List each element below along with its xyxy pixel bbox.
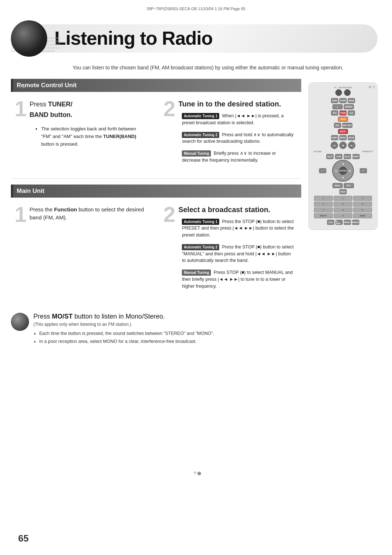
remote-num1: 1 [314,196,333,201]
remote-mode-btn: MODE [348,98,355,103]
remote-row-open: OPEN TV/VID MODE [312,98,374,103]
remote-nav-down: ▼ [342,176,344,179]
mono-stereo-subtitle: (This applies only when listening to an … [33,322,381,327]
title-circle-icon [11,20,47,57]
remote-step1-note: The selection toggles back and forth bet… [29,122,149,152]
remote-num4: 4 [314,202,333,207]
remote-info-btn: INFO [344,183,354,188]
main-step1: 1 Press the Function button to select th… [11,202,152,297]
remote-manual-block: Manual Tuning Briefly press ∧∨ to increa… [178,149,298,165]
remote-next-btn: ►| [348,142,355,149]
remote-manual-label: Manual Tuning [182,150,211,157]
remote-vol-minus-btn: − [319,168,326,173]
remote-movie-btn: MOVIE [348,135,355,140]
remote-step1-bold: TUNER/ [48,101,72,108]
remote-logo-btn: LOGO [327,220,334,225]
remote-nav-up: ▲ [342,162,344,165]
remote-dsc-btn: DSC [334,123,341,128]
main-step2-number: 2 [163,204,175,226]
remote-surr-btn: SURR.S [331,135,338,140]
main-step1-number: 1 [15,204,26,226]
remote-dvd-power [344,89,351,96]
remote-eq-lo-btn: EQ LO [344,154,351,159]
mono-stereo-title: Press MO/ST button to listen in Mono/Ste… [33,313,381,320]
remote-remain-btn: REMAIN [352,220,359,225]
remote-step1-number: 1 [15,98,26,120]
mono-stereo-bold: MO/ST [52,313,73,320]
main-auto1-block: Automatic Tuning 1 Press the STOP (■) bu… [178,217,298,240]
remote-vhip-btn: V-HIP [335,154,342,159]
remote-auto1-block: Automatic Tuning 1 When |◄◄ ►►| is press… [178,111,298,128]
crosshair-center: ⊕ [193,469,199,475]
remote-steps-row: 1 Press TUNER/ BAND button. The selectio… [11,96,301,171]
remote-band-btn: BAND [338,117,348,122]
remote-aux-btn: AUX [348,110,355,116]
remote-music-btn: MUSIC [339,135,347,140]
remote-row-most: MO/ST [312,129,374,134]
mono-stereo-suffix: button to listen in Mono/Stereo. [73,313,165,320]
remote-num0: 0 [334,213,352,218]
remote-numpad: 1 2 3 4 5 6 7 8 9 MO/ST 0 MEM [314,196,372,218]
right-panel: TV DVD RECEIVER OPEN TV/VID MODE ▲ DIMME… [309,79,381,304]
mono-stereo-content: Press MO/ST button to listen in Mono/Ste… [33,313,381,345]
main-auto2-label: Automatic Tuning 2 [182,244,219,250]
remote-nav-right: ► [349,169,352,173]
remote-row-eject: ▲ DIMMER [312,104,374,109]
remote-top-row: TV DVD RECEIVER [312,86,374,96]
remote-num6: 6 [353,202,372,207]
remote-step1-line2: BAND button. [29,110,149,119]
remote-num5: 5 [334,202,352,207]
remote-dimmer-btn: DIMMER [344,104,354,109]
remote-effect-btn: EFFECT [352,154,360,159]
page-title: Listening to Radio [54,28,367,49]
remote-eq-hi-btn: EQ HI [326,154,334,159]
remote-vol-label: VOLUMETUNING/CH [312,150,374,153]
crosshair-left: + [18,84,24,89]
remote-row-menu: MENU INFO [312,183,374,188]
remote-auto2-block: Automatic Tuning 2 Press and hold ∧∨ to … [178,130,298,147]
mono-stereo-bullet1: Each time the button is pressed, the sou… [39,330,381,337]
remote-enter-btn: ENTER [339,167,347,175]
mono-stereo-bullets: Each time the button is pressed, the sou… [33,330,381,345]
remote-nav-ring: ▲ ▼ ◄ ► ENTER [332,160,354,182]
left-panel: Remote Control Unit 1 Press TUNER/ BAND … [11,79,301,304]
main-step2-title: Select a broadcast station. [178,206,298,214]
remote-tv-video-btn: TV/VID [339,98,347,103]
remote-step1-prefix: Press [29,101,48,108]
remote-memory-btn: MEM [353,213,372,218]
remote-disc-skip-btn: DISC SKIP [342,123,352,128]
remote-row-back: BACK [312,189,374,194]
remote-num2: 2 [334,196,352,201]
remote-bottom-row: LOGO ID VIEW REPEAT REMAIN [312,220,374,225]
remote-row-source: DVD TUNER AUX [312,110,374,116]
remote-illustration: TV DVD RECEIVER OPEN TV/VID MODE ▲ DIMME… [309,82,377,230]
remote-row-sound: SURR.S MUSIC MOVIE [312,135,374,140]
mono-stereo-prefix: Press [33,313,52,320]
remote-row-band: BAND [312,117,374,122]
remote-num7: 7 [314,207,333,212]
remote-open-close-btn: OPEN [331,98,338,103]
title-background: Listening to Radio [40,24,377,52]
remote-prev-btn: |◄ [331,142,338,149]
main-unit-header: Main Unit [11,185,301,198]
main-step1-content: Press the Function button to select the … [29,206,149,222]
remote-auto2-label: Automatic Tuning 2 [182,132,219,138]
remote-most-num: MO/ST [314,213,333,218]
remote-step2-number: 2 [163,98,175,120]
section-divider [11,178,301,179]
remote-control-header: Remote Control Unit [11,79,301,92]
main-auto2-block: Automatic Tuning 2 Press the STOP (■) bu… [178,242,298,266]
remote-back-btn: BACK [339,189,347,194]
page-number: 65 [18,533,29,544]
remote-auto1-label: Automatic Tuning 1 [182,113,219,119]
mono-stereo-circle-icon [11,313,29,331]
remote-num8: 8 [334,207,352,212]
remote-nav-area: EQ HI V-HIP EQ LO EFFECT − ▲ ▼ ◄ ► ENTER [312,154,374,182]
remote-stop-btn: ■ [339,142,347,149]
remote-step1: 1 Press TUNER/ BAND button. The selectio… [11,96,152,171]
main-manual-label: Manual Tuning [182,270,211,276]
remote-step1-note-text: The selection toggles back and forth bet… [41,126,136,147]
remote-most-btn: MO/ST [338,129,348,134]
mono-stereo-bullet2: In a poor reception area, select MONO fo… [39,338,381,345]
remote-tuner-btn: TUNER [339,110,347,116]
